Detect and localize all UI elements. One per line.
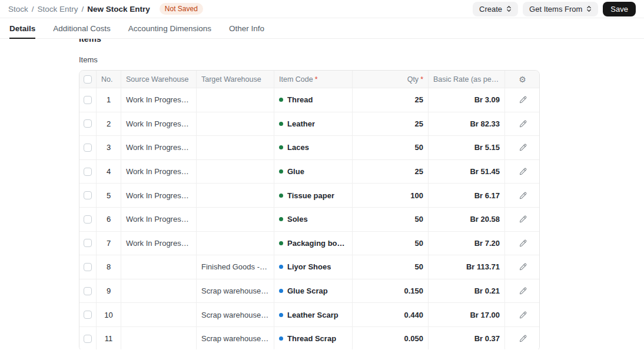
edit-row-button[interactable] bbox=[516, 260, 530, 274]
qty-cell[interactable]: 25 bbox=[353, 88, 429, 112]
row-checkbox[interactable] bbox=[84, 168, 92, 176]
basic-rate-cell[interactable]: Br 5.15 bbox=[429, 136, 505, 159]
get-items-from-label: Get Items From bbox=[529, 5, 582, 14]
row-checkbox[interactable] bbox=[84, 96, 92, 104]
target-warehouse-cell[interactable]: Scrap warehouse -... bbox=[197, 303, 274, 326]
basic-rate-cell[interactable]: Br 82.33 bbox=[429, 112, 505, 136]
item-status-dot-green bbox=[279, 194, 283, 198]
row-checkbox[interactable] bbox=[84, 144, 92, 152]
source-warehouse-cell[interactable] bbox=[121, 327, 197, 349]
item-code-cell[interactable]: Laces bbox=[274, 136, 353, 159]
basic-rate-cell[interactable]: Br 7.20 bbox=[429, 232, 505, 255]
row-checkbox-cell bbox=[79, 303, 97, 326]
row-checkbox[interactable] bbox=[84, 263, 92, 271]
row-checkbox[interactable] bbox=[84, 287, 92, 295]
save-button[interactable]: Save bbox=[603, 2, 636, 16]
target-warehouse-cell[interactable]: Scrap warehouse -... bbox=[197, 327, 274, 349]
edit-row-button[interactable] bbox=[516, 189, 530, 202]
qty-cell[interactable]: 50 bbox=[353, 208, 429, 231]
item-code-cell[interactable]: Tissue paper bbox=[274, 184, 353, 207]
item-code-cell[interactable]: Glue Scrap bbox=[274, 279, 353, 303]
tab-details[interactable]: Details bbox=[9, 18, 35, 38]
source-warehouse-cell[interactable]: Work In Progress -... bbox=[121, 208, 197, 231]
target-warehouse-cell[interactable] bbox=[197, 160, 274, 184]
items-grid-body: 1Work In Progress -...Thread25Br 3.092Wo… bbox=[79, 88, 539, 349]
edit-row-button[interactable] bbox=[516, 212, 530, 226]
qty-cell[interactable]: 50 bbox=[353, 232, 429, 255]
source-warehouse-cell[interactable]: Work In Progress -... bbox=[121, 88, 197, 112]
pencil-icon bbox=[519, 167, 527, 176]
basic-rate-cell[interactable]: Br 0.37 bbox=[429, 327, 505, 349]
row-edit-cell bbox=[505, 136, 540, 159]
row-checkbox[interactable] bbox=[84, 335, 92, 343]
basic-rate-cell[interactable]: Br 0.21 bbox=[429, 279, 505, 303]
source-warehouse-cell[interactable]: Work In Progress -... bbox=[121, 232, 197, 255]
basic-rate-cell[interactable]: Br 3.09 bbox=[429, 88, 505, 112]
qty-cell[interactable]: 100 bbox=[353, 184, 429, 207]
target-warehouse-cell[interactable] bbox=[197, 88, 274, 112]
basic-rate-cell[interactable]: Br 17.00 bbox=[429, 303, 505, 326]
get-items-from-button[interactable]: Get Items From bbox=[523, 2, 598, 16]
target-warehouse-cell[interactable] bbox=[197, 112, 274, 136]
edit-row-button[interactable] bbox=[516, 93, 530, 106]
source-warehouse-cell[interactable] bbox=[121, 255, 197, 279]
basic-rate-cell[interactable]: Br 51.45 bbox=[429, 160, 505, 184]
tab-accounting-dimensions[interactable]: Accounting Dimensions bbox=[128, 18, 211, 38]
edit-row-button[interactable] bbox=[516, 284, 530, 298]
edit-row-button[interactable] bbox=[516, 236, 530, 250]
row-checkbox[interactable] bbox=[84, 191, 92, 199]
item-code-cell[interactable]: Liyor Shoes bbox=[274, 255, 353, 279]
breadcrumb-link[interactable]: Stock Entry bbox=[38, 5, 78, 14]
source-warehouse-cell[interactable]: Work In Progress -... bbox=[121, 112, 197, 136]
target-warehouse-cell[interactable]: Scrap warehouse -... bbox=[197, 279, 274, 303]
source-warehouse-cell[interactable]: Work In Progress -... bbox=[121, 160, 197, 184]
gear-icon[interactable]: ⚙ bbox=[519, 75, 526, 84]
item-code-cell[interactable]: Packaging boxes bbox=[274, 232, 353, 255]
target-warehouse-cell[interactable]: Finished Goods - L... bbox=[197, 255, 274, 279]
tab-additional-costs[interactable]: Additional Costs bbox=[53, 18, 111, 38]
item-code-cell[interactable]: Leather bbox=[274, 112, 353, 136]
target-warehouse-cell[interactable] bbox=[197, 232, 274, 255]
edit-row-button[interactable] bbox=[516, 141, 530, 154]
qty-cell[interactable]: 0.150 bbox=[353, 279, 429, 303]
edit-row-button[interactable] bbox=[516, 308, 530, 322]
qty-cell[interactable]: 25 bbox=[353, 112, 429, 136]
tab-other-info[interactable]: Other Info bbox=[229, 18, 264, 38]
row-checkbox[interactable] bbox=[84, 119, 92, 128]
source-warehouse-cell[interactable] bbox=[121, 303, 197, 326]
row-number: 8 bbox=[97, 255, 121, 279]
item-code-cell[interactable]: Thread Scrap bbox=[274, 327, 353, 349]
edit-row-button[interactable] bbox=[516, 332, 530, 345]
qty-cell[interactable]: 0.050 bbox=[353, 327, 429, 349]
basic-rate-cell[interactable]: Br 6.17 bbox=[429, 184, 505, 207]
select-all-checkbox[interactable] bbox=[84, 75, 92, 84]
target-warehouse-cell[interactable] bbox=[197, 136, 274, 159]
table-row: 9Scrap warehouse -...Glue Scrap0.150Br 0… bbox=[79, 279, 539, 304]
top-bar: Stock/Stock Entry/New Stock EntryNot Sav… bbox=[0, 0, 644, 18]
qty-cell[interactable]: 25 bbox=[353, 160, 429, 184]
create-button[interactable]: Create bbox=[473, 2, 518, 16]
source-warehouse-cell[interactable]: Work In Progress -... bbox=[121, 136, 197, 159]
row-checkbox[interactable] bbox=[84, 215, 92, 224]
qty-cell[interactable]: 50 bbox=[353, 255, 429, 279]
item-code-cell[interactable]: Leather Scarp bbox=[274, 303, 353, 326]
edit-row-button[interactable] bbox=[516, 117, 530, 131]
target-warehouse-cell[interactable] bbox=[197, 208, 274, 231]
source-warehouse-cell[interactable]: Work In Progress -... bbox=[121, 184, 197, 207]
item-code-cell[interactable]: Soles bbox=[274, 208, 353, 231]
edit-row-button[interactable] bbox=[516, 165, 530, 178]
source-warehouse-cell[interactable] bbox=[121, 279, 197, 303]
row-checkbox[interactable] bbox=[84, 311, 92, 319]
basic-rate-cell[interactable]: Br 20.58 bbox=[429, 208, 505, 231]
item-code-cell[interactable]: Glue bbox=[274, 160, 353, 184]
item-code-label: Glue bbox=[287, 167, 304, 176]
basic-rate-cell[interactable]: Br 113.71 bbox=[429, 255, 505, 279]
row-checkbox[interactable] bbox=[84, 239, 92, 247]
qty-cell[interactable]: 50 bbox=[353, 136, 429, 159]
row-number: 5 bbox=[97, 184, 121, 207]
qty-cell[interactable]: 0.440 bbox=[353, 303, 429, 326]
target-warehouse-cell[interactable] bbox=[197, 184, 274, 207]
row-number: 11 bbox=[97, 327, 121, 349]
item-code-cell[interactable]: Thread bbox=[274, 88, 353, 112]
breadcrumb-link[interactable]: Stock bbox=[8, 5, 28, 14]
